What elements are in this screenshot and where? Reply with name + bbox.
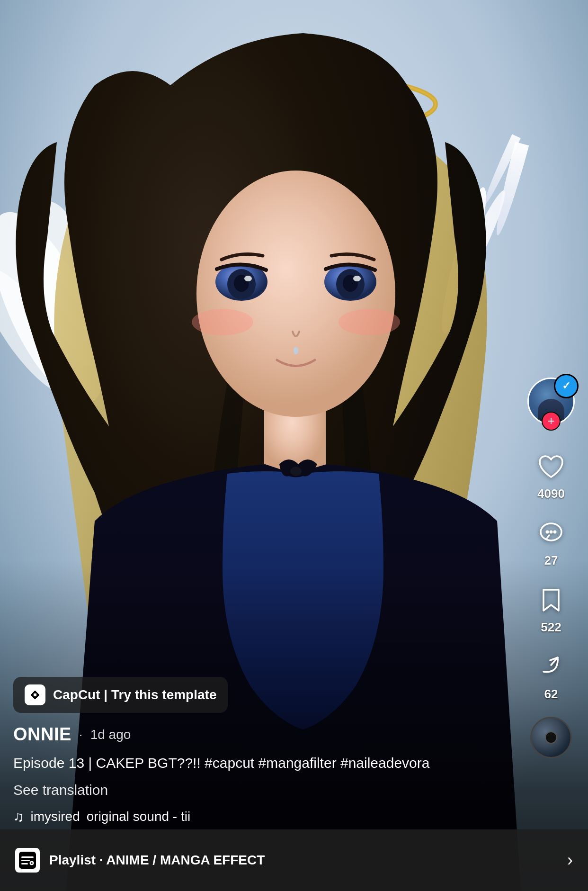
- like-action-group: 4090: [534, 450, 568, 501]
- sound-label: original sound - tii: [87, 809, 190, 824]
- like-count: 4090: [537, 486, 565, 501]
- bookmark-count: 522: [541, 620, 561, 635]
- capcut-icon: [25, 684, 45, 705]
- svg-point-24: [550, 531, 553, 534]
- post-description: Episode 13 | CAKEP BGT??!! #capcut #mang…: [13, 752, 512, 774]
- verified-badge-icon: [554, 374, 579, 398]
- capcut-banner[interactable]: CapCut | Try this template: [13, 677, 228, 713]
- music-note-icon: ♫: [13, 809, 24, 825]
- comment-button[interactable]: [534, 516, 568, 550]
- avatar-container: [527, 378, 575, 430]
- share-button[interactable]: [534, 650, 568, 684]
- follow-button[interactable]: [542, 412, 561, 431]
- username[interactable]: ONNIE: [13, 724, 71, 745]
- svg-rect-29: [21, 856, 34, 858]
- svg-rect-30: [21, 860, 30, 861]
- svg-point-19: [353, 276, 361, 281]
- dot-separator: ·: [79, 727, 83, 742]
- post-time-ago: 1d ago: [90, 727, 131, 742]
- username-row: ONNIE · 1d ago: [13, 724, 512, 745]
- share-count: 62: [544, 687, 558, 702]
- svg-point-25: [553, 531, 557, 534]
- right-sidebar: 4090 27 522: [527, 378, 575, 758]
- sound-row[interactable]: ♫ imysired original sound - tii: [13, 809, 512, 825]
- svg-point-10: [192, 309, 253, 335]
- svg-rect-27: [34, 693, 36, 696]
- bookmark-button[interactable]: [534, 583, 568, 617]
- playlist-icon: [15, 848, 40, 873]
- comment-action-group: 27: [534, 516, 568, 568]
- chevron-right-icon: ›: [567, 850, 573, 870]
- comment-count: 27: [544, 553, 558, 568]
- svg-point-21: [290, 467, 302, 476]
- bottom-content: CapCut | Try this template ONNIE · 1d ag…: [13, 677, 512, 825]
- like-button[interactable]: [534, 450, 568, 484]
- sound-username: imysired: [31, 809, 80, 824]
- svg-rect-31: [21, 863, 28, 864]
- music-disc[interactable]: [530, 717, 572, 758]
- svg-point-15: [244, 276, 252, 281]
- see-translation-button[interactable]: See translation: [13, 782, 512, 798]
- capcut-label: CapCut | Try this template: [53, 687, 216, 702]
- share-action-group: 62: [534, 650, 568, 702]
- bookmark-action-group: 522: [534, 583, 568, 635]
- svg-point-23: [546, 531, 549, 534]
- svg-point-20: [294, 347, 298, 354]
- playlist-bar[interactable]: Playlist · ANIME / MANGA EFFECT ›: [0, 829, 588, 891]
- playlist-label: Playlist · ANIME / MANGA EFFECT: [49, 853, 558, 868]
- svg-point-11: [339, 309, 400, 335]
